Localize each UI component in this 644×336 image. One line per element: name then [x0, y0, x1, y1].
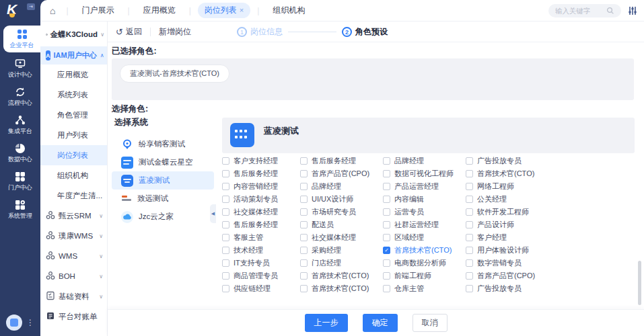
checkbox-icon[interactable]: [222, 157, 229, 165]
checkbox-icon[interactable]: [466, 285, 473, 292]
checkbox-icon[interactable]: [383, 259, 390, 267]
checkbox-icon[interactable]: [466, 170, 473, 177]
role-checkbox-item[interactable]: 品牌经理: [300, 181, 383, 192]
role-checkbox-item[interactable]: 内容营销经理: [222, 181, 300, 192]
tab-应用概览[interactable]: 应用概览: [137, 3, 182, 18]
checkbox-icon[interactable]: [222, 272, 229, 280]
sidebar-menu-年度产生清...[interactable]: 年度产生清...: [40, 185, 107, 206]
tab-组织机构[interactable]: 组织机构: [266, 3, 312, 18]
tab-岗位列表[interactable]: 岗位列表×: [198, 3, 250, 18]
checkbox-icon[interactable]: [466, 234, 473, 241]
kingdee-logo[interactable]: K ⇥: [0, 0, 40, 22]
role-checkbox-item[interactable]: 仓库主管: [383, 284, 466, 294]
close-icon[interactable]: ×: [240, 6, 244, 14]
step-post-info[interactable]: 1 岗位信息: [237, 26, 283, 38]
checkbox-icon[interactable]: [222, 208, 229, 216]
tab-门户展示[interactable]: 门户展示: [75, 3, 121, 18]
role-checkbox-item[interactable]: 首席产品官(CPO): [300, 169, 383, 179]
role-checkbox-item[interactable]: IT支持专员: [222, 258, 300, 268]
role-checkbox-item[interactable]: 数据可视化工程师: [383, 169, 466, 179]
checkbox-icon[interactable]: [466, 183, 473, 190]
role-checkbox-item[interactable]: 前端工程师: [383, 271, 466, 281]
checkbox-icon[interactable]: [466, 196, 473, 203]
workspace-switcher[interactable]: 金蝶K3Cloud ∨: [40, 22, 107, 46]
role-checkbox-item[interactable]: 运营专员: [383, 207, 466, 217]
sidebar-menu-岗位列表[interactable]: 岗位列表: [40, 145, 107, 165]
checkbox-icon[interactable]: [383, 196, 390, 203]
system-item-蓝凌测试[interactable]: 蓝凌测试: [112, 171, 214, 190]
collapse-panel-icon[interactable]: ⇥: [27, 3, 35, 10]
role-checkbox-item[interactable]: 客服主管: [222, 233, 300, 243]
rail-item-集成平台[interactable]: 集成平台: [0, 113, 40, 137]
role-checkbox-item[interactable]: 社交媒体经理: [300, 233, 383, 243]
role-checkbox-item[interactable]: 首席技术官(CTO): [300, 271, 383, 281]
checkbox-icon[interactable]: [222, 259, 229, 267]
checkbox-icon[interactable]: [466, 157, 473, 165]
cancel-button[interactable]: 取消: [413, 314, 448, 332]
checkbox-icon[interactable]: [300, 285, 308, 292]
sidebar-menu-组织机构[interactable]: 组织机构: [40, 165, 107, 185]
checkbox-icon[interactable]: [222, 221, 229, 228]
role-checkbox-item[interactable]: 售后服务经理: [222, 220, 300, 230]
checkbox-icon[interactable]: [300, 170, 308, 177]
role-checkbox-item[interactable]: ✓首席技术官(CTO): [383, 245, 466, 255]
role-checkbox-item[interactable]: 广告投放专员: [466, 156, 639, 166]
rail-item-设计中心[interactable]: 设计中心: [0, 56, 40, 81]
checkbox-icon[interactable]: [300, 183, 308, 190]
role-checkbox-item[interactable]: 客户支持经理: [222, 156, 300, 166]
role-checkbox-item[interactable]: 广告投放专员: [466, 284, 639, 294]
scrollbar-thumb[interactable]: [638, 261, 641, 305]
checkbox-icon[interactable]: [300, 221, 308, 228]
checkbox-icon[interactable]: [466, 221, 473, 228]
role-checkbox-item[interactable]: 客户经理: [466, 233, 639, 243]
rail-item-系统管理[interactable]: 系统管理: [0, 198, 40, 222]
rail-item-数据中心[interactable]: 数据中心: [0, 141, 40, 165]
sidebar-group-璞康WMS[interactable]: 璞康WMS∨: [40, 226, 107, 246]
checkbox-icon[interactable]: [300, 157, 308, 165]
sidebar-group-BOH[interactable]: BOH∨: [40, 266, 107, 286]
checkbox-icon[interactable]: [466, 208, 473, 216]
checkbox-icon[interactable]: [383, 234, 390, 241]
back-button[interactable]: ↺ 返回: [116, 26, 142, 38]
selected-role-chip[interactable]: 蓝凌测试-首席技术官(CTO): [120, 65, 229, 83]
checkbox-icon[interactable]: [383, 157, 390, 165]
checkbox-icon[interactable]: [222, 234, 229, 241]
system-item-测试金蝶云星空[interactable]: 测试金蝶云星空: [112, 153, 214, 171]
role-checkbox-item[interactable]: 商品管理专员: [222, 271, 300, 281]
confirm-button[interactable]: 确定: [363, 314, 398, 332]
role-checkbox-item[interactable]: 软件开发工程师: [466, 207, 639, 217]
checkbox-icon[interactable]: ✓: [383, 247, 390, 254]
sidebar-menu-应用概览[interactable]: 应用概览: [40, 65, 107, 85]
checkbox-icon[interactable]: [222, 247, 229, 254]
home-icon[interactable]: ⌂: [50, 5, 55, 16]
checkbox-icon[interactable]: [300, 234, 308, 241]
role-checkbox-item[interactable]: 数字营销专员: [466, 258, 639, 268]
system-item-Jzc云之家[interactable]: Jzc云之家: [112, 208, 214, 226]
checkbox-icon[interactable]: [300, 196, 308, 203]
user-avatar[interactable]: [6, 314, 22, 331]
filter-icon[interactable]: [628, 6, 637, 15]
role-checkbox-item[interactable]: 技术经理: [222, 245, 300, 255]
rail-item-企业平台[interactable]: 企业平台: [3, 26, 40, 52]
checkbox-icon[interactable]: [300, 208, 308, 216]
role-checkbox-item[interactable]: 公关经理: [466, 194, 639, 204]
role-checkbox-item[interactable]: 门店经理: [300, 258, 383, 268]
role-checkbox-item[interactable]: 产品运营经理: [383, 181, 466, 192]
role-checkbox-item[interactable]: 内容编辑: [383, 194, 466, 204]
checkbox-icon[interactable]: [466, 247, 473, 254]
sidebar-group-甄云SRM[interactable]: 甄云SRM∨: [40, 206, 107, 226]
role-checkbox-item[interactable]: 用户体验设计师: [466, 245, 639, 255]
rail-item-流程中心[interactable]: 流程中心: [0, 85, 40, 109]
role-checkbox-item[interactable]: 社群运营经理: [383, 220, 466, 230]
sidebar-app-iam[interactable]: A IAM用户中心 ∧: [40, 46, 107, 65]
checkbox-icon[interactable]: [300, 247, 308, 254]
role-checkbox-item[interactable]: 供应链经理: [222, 284, 300, 294]
role-checkbox-item[interactable]: 品牌经理: [383, 156, 466, 166]
role-checkbox-item[interactable]: 售后服务经理: [222, 169, 300, 179]
role-checkbox-item[interactable]: 产品设计师: [466, 220, 639, 230]
checkbox-icon[interactable]: [383, 170, 390, 177]
role-checkbox-item[interactable]: 配送员: [300, 220, 383, 230]
system-item-纷享销客测试[interactable]: 纷享销客测试: [112, 135, 214, 153]
checkbox-icon[interactable]: [466, 272, 473, 280]
sidebar-item-平台对账单[interactable]: 平台对账单: [40, 306, 107, 327]
